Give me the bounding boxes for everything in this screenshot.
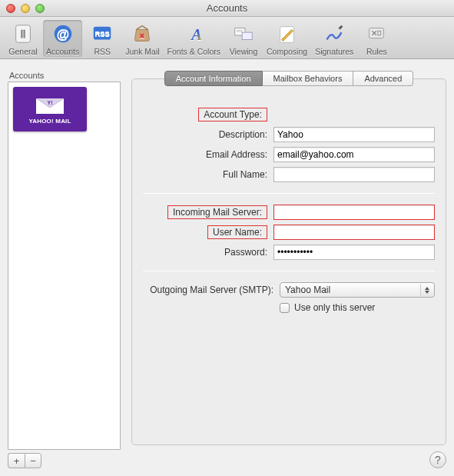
email-label: Email Address: bbox=[143, 149, 273, 160]
tab-mailbox-behaviors[interactable]: Mailbox Behaviors bbox=[263, 71, 354, 86]
full-name-label: Full Name: bbox=[143, 169, 273, 180]
toolbar-fonts-colors[interactable]: A Fonts & Colors bbox=[164, 20, 224, 57]
smtp-value: Yahoo Mail bbox=[285, 285, 330, 295]
at-sign-icon: @ bbox=[51, 22, 75, 46]
email-input[interactable] bbox=[273, 147, 435, 162]
toolbar-viewing[interactable]: Viewing bbox=[225, 20, 262, 57]
list-item[interactable]: Y! YAHOO! MAIL bbox=[8, 82, 120, 136]
svg-text:A: A bbox=[190, 26, 202, 43]
tab-advanced[interactable]: Advanced bbox=[353, 71, 413, 86]
svg-text:@: @ bbox=[56, 27, 68, 42]
panel: Account Type: Description: Email Address… bbox=[131, 78, 446, 445]
help-button[interactable]: ? bbox=[429, 451, 446, 468]
svg-text:Y!: Y! bbox=[48, 100, 53, 105]
use-only-this-server-checkbox[interactable] bbox=[280, 303, 290, 313]
divider bbox=[143, 271, 435, 271]
toolbar-label: RSS bbox=[94, 47, 111, 56]
toolbar-rules[interactable]: Rules bbox=[358, 20, 395, 57]
toolbar-label: Viewing bbox=[230, 47, 258, 56]
password-label: Password: bbox=[143, 247, 273, 258]
svg-text:RSS: RSS bbox=[95, 30, 110, 38]
svg-text:✖: ✖ bbox=[139, 32, 145, 40]
signature-icon bbox=[322, 22, 346, 46]
junk-mail-icon: ✖ bbox=[130, 22, 154, 46]
tabbar: Account Information Mailbox Behaviors Ad… bbox=[131, 71, 446, 86]
titlebar: Accounts bbox=[0, 0, 454, 17]
divider bbox=[143, 193, 435, 194]
remove-account-button[interactable]: − bbox=[25, 453, 41, 468]
toolbar-label: Fonts & Colors bbox=[167, 47, 220, 56]
svg-rect-1 bbox=[21, 29, 22, 38]
toolbar-rss[interactable]: RSS RSS bbox=[84, 20, 121, 57]
tab-account-information[interactable]: Account Information bbox=[164, 71, 263, 86]
smtp-label: Outgoing Mail Server (SMTP): bbox=[143, 285, 280, 295]
password-input[interactable] bbox=[273, 245, 435, 260]
content: Accounts Y! YAHOO! MAIL + − Account Type… bbox=[8, 71, 446, 468]
sidebar-title: Accounts bbox=[8, 71, 121, 82]
toolbar-signatures[interactable]: Signatures bbox=[312, 20, 356, 57]
incoming-server-input[interactable] bbox=[273, 205, 435, 220]
smtp-select[interactable]: Yahoo Mail bbox=[280, 282, 435, 298]
fonts-colors-icon: A bbox=[181, 22, 206, 46]
select-stepper-icon bbox=[420, 284, 432, 296]
viewing-icon bbox=[231, 22, 256, 46]
description-input[interactable] bbox=[273, 127, 435, 142]
svg-rect-2 bbox=[23, 29, 25, 38]
accounts-list[interactable]: Y! YAHOO! MAIL bbox=[8, 82, 121, 450]
description-label: Description: bbox=[143, 129, 273, 140]
switch-icon bbox=[11, 22, 35, 46]
toolbar-accounts[interactable]: @ Accounts bbox=[43, 20, 82, 57]
account-provider-label: YAHOO! MAIL bbox=[28, 118, 71, 125]
svg-rect-10 bbox=[242, 32, 252, 39]
user-name-input[interactable] bbox=[273, 225, 435, 240]
toolbar-label: General bbox=[8, 47, 37, 56]
window-title: Accounts bbox=[0, 2, 454, 14]
add-account-button[interactable]: + bbox=[8, 453, 25, 468]
toolbar-label: Composing bbox=[267, 47, 307, 56]
toolbar-junk-mail[interactable]: ✖ Junk Mail bbox=[122, 20, 162, 57]
toolbar-label: Accounts bbox=[46, 47, 79, 56]
full-name-input[interactable] bbox=[273, 167, 435, 182]
detail-pane: Account Type: Description: Email Address… bbox=[121, 71, 446, 468]
add-remove-controls: + − bbox=[8, 453, 121, 468]
svg-rect-14 bbox=[369, 28, 384, 38]
toolbar: General @ Accounts RSS RSS ✖ Junk Mail A… bbox=[0, 17, 454, 59]
toolbar-label: Junk Mail bbox=[125, 47, 159, 56]
account-type-label: Account Type: bbox=[198, 108, 267, 121]
sidebar: Accounts Y! YAHOO! MAIL + − bbox=[8, 71, 121, 468]
toolbar-composing[interactable]: Composing bbox=[263, 20, 310, 57]
rules-icon bbox=[364, 22, 389, 46]
user-name-label: User Name: bbox=[207, 225, 267, 239]
toolbar-label: Signatures bbox=[315, 47, 353, 56]
toolbar-general[interactable]: General bbox=[5, 20, 41, 57]
yahoo-mail-icon: Y! YAHOO! MAIL bbox=[13, 87, 87, 131]
toolbar-label: Rules bbox=[366, 47, 387, 56]
use-only-this-server-label: Use only this server bbox=[294, 302, 375, 313]
incoming-server-label: Incoming Mail Server: bbox=[167, 205, 267, 219]
composing-icon bbox=[275, 22, 300, 46]
rss-icon: RSS bbox=[90, 22, 114, 46]
svg-rect-0 bbox=[16, 25, 31, 43]
